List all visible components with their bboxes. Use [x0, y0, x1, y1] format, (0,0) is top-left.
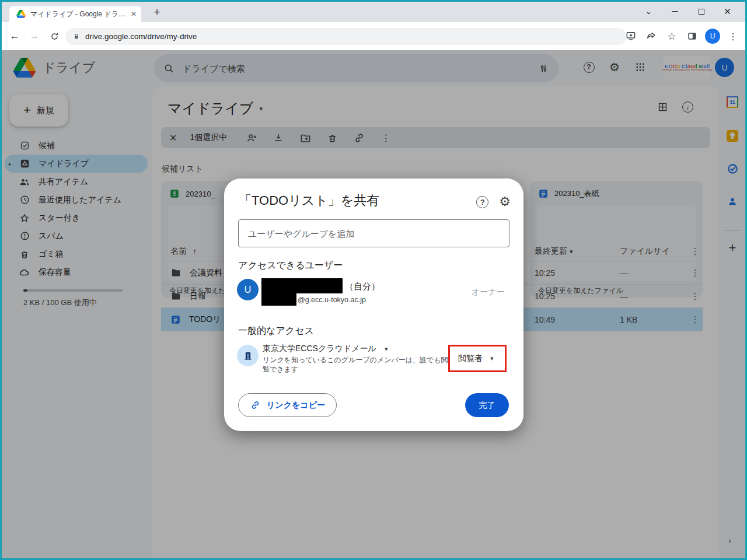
- drive-app: ドライブ ? ⚙ ECCS Cloud Mail Information Tec…: [2, 50, 745, 558]
- maximize-button[interactable]: [688, 2, 714, 21]
- link-icon: [250, 400, 261, 411]
- copy-link-button[interactable]: リンクをコピー: [238, 393, 337, 417]
- access-heading: アクセスできるユーザー: [238, 260, 343, 272]
- general-access-heading: 一般的なアクセス: [238, 325, 314, 337]
- lock-icon: [72, 32, 81, 41]
- done-button[interactable]: 完了: [465, 393, 509, 417]
- caret-down-icon: ▾: [490, 355, 494, 362]
- url-bar[interactable]: drive.google.com/drive/my-drive: [65, 28, 627, 45]
- minimize-button[interactable]: [662, 2, 688, 21]
- group-access-description: リンクを知っているこのグループのメンバーは、誰でも閲覧できます: [263, 355, 449, 374]
- group-access-dropdown[interactable]: 東京大学ECCSクラウドメール ▾: [263, 344, 388, 354]
- owner-email-domain: @g.ecc.u-tokyo.ac.jp: [298, 296, 366, 304]
- browser-menu-icon[interactable]: ⋮: [725, 29, 741, 44]
- copy-link-label: リンクをコピー: [267, 400, 325, 411]
- dialog-settings-icon[interactable]: ⚙: [499, 194, 511, 209]
- back-button[interactable]: ←: [6, 28, 23, 44]
- reload-button[interactable]: [46, 28, 62, 44]
- role-label: 閲覧者: [458, 354, 483, 364]
- tab-close-icon[interactable]: ✕: [131, 10, 137, 18]
- window-close-button[interactable]: ✕: [714, 2, 741, 21]
- url-text: drive.google.com/drive/my-drive: [85, 32, 197, 41]
- tab-search-icon[interactable]: ⌄: [636, 2, 662, 21]
- add-people-input[interactable]: [238, 219, 509, 247]
- redaction-tape-email: [261, 293, 296, 306]
- tab-title: マイドライブ - Google ドライブ: [30, 9, 126, 19]
- share-icon[interactable]: [644, 29, 659, 44]
- dialog-title: 「TODOリスト」を共有: [239, 192, 379, 209]
- group-avatar: [237, 345, 259, 366]
- screen-share-frame: マイドライブ - Google ドライブ ✕ + ⌄ ✕ ← → drive.g…: [0, 0, 747, 560]
- new-tab-button[interactable]: +: [149, 4, 165, 20]
- drive-favicon: [16, 10, 26, 18]
- owner-self-label: （自分）: [345, 281, 380, 292]
- caret-down-icon: ▾: [385, 345, 388, 353]
- owner-avatar: U: [237, 279, 259, 300]
- forward-button[interactable]: →: [26, 28, 43, 44]
- side-panel-icon[interactable]: [685, 29, 700, 44]
- browser-avatar[interactable]: U: [705, 29, 720, 44]
- tab-strip: マイドライブ - Google ドライブ ✕ + ⌄ ✕: [2, 2, 745, 22]
- role-dropdown-highlight[interactable]: 閲覧者 ▾: [448, 345, 507, 372]
- install-icon[interactable]: [623, 29, 638, 44]
- browser-toolbar: ← → drive.google.com/drive/my-drive ☆ U …: [2, 22, 745, 50]
- owner-role-label: オーナー: [472, 287, 505, 298]
- bookmark-star-icon[interactable]: ☆: [664, 29, 679, 44]
- building-icon: [243, 351, 253, 361]
- dialog-help-icon[interactable]: ?: [476, 196, 488, 208]
- browser-tab[interactable]: マイドライブ - Google ドライブ ✕: [9, 6, 141, 22]
- redaction-tape-name: [261, 278, 343, 293]
- share-dialog: 「TODOリスト」を共有 ? ⚙ アクセスできるユーザー U （自分） @g.e…: [224, 178, 523, 431]
